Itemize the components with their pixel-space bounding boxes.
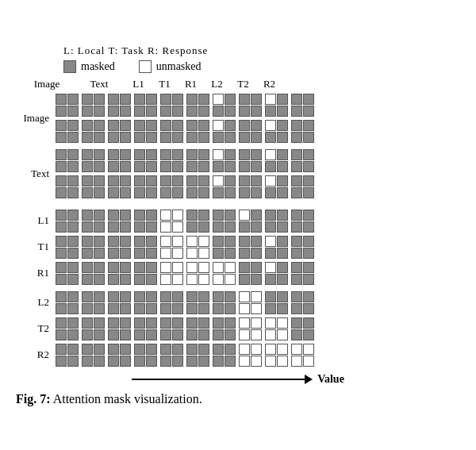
cell-group: [82, 120, 105, 143]
cell-square: [239, 149, 250, 160]
cell-square: [225, 149, 236, 160]
cell-square: [56, 356, 67, 367]
row-label-r2: R2: [21, 342, 54, 368]
cell-square: [213, 94, 224, 105]
cell-group: [186, 175, 209, 198]
cell-group: [186, 236, 209, 259]
cell-square: [134, 187, 145, 198]
cell-square: [108, 210, 119, 221]
cell-square: [56, 187, 67, 198]
cell-square: [160, 94, 171, 105]
cell-square: [198, 329, 209, 340]
cell-square: [146, 94, 157, 105]
cell-square: [265, 262, 276, 273]
cell-square: [120, 344, 131, 355]
cell-square: [291, 356, 302, 367]
cell-square: [213, 236, 224, 247]
cell-group: [56, 120, 79, 143]
cell-square: [108, 120, 119, 131]
cell-square: [108, 303, 119, 314]
cell-group: [134, 94, 157, 117]
cell-square: [146, 132, 157, 143]
cell-square: [303, 187, 314, 198]
cell-square: [134, 344, 145, 355]
cell-square: [146, 221, 157, 233]
cell-square: [213, 344, 224, 355]
cell-group: [265, 94, 288, 117]
cell-square: [160, 317, 171, 329]
cell-square: [82, 175, 93, 187]
cell-square: [108, 262, 119, 273]
cell-square: [198, 317, 209, 329]
cell-square: [186, 120, 198, 131]
cell-square: [56, 317, 67, 329]
cell-square: [291, 317, 302, 329]
cell-square: [160, 291, 171, 302]
cell-square: [146, 274, 157, 285]
cell-square: [251, 248, 262, 259]
cell-square: [160, 120, 171, 131]
cell-square: [120, 161, 131, 172]
cell-square: [277, 329, 288, 340]
cell-square: [56, 221, 67, 233]
cell-square: [277, 175, 288, 187]
cell-square: [239, 175, 250, 187]
cell-square: [172, 303, 183, 314]
cell-square: [198, 274, 209, 285]
cell-square: [67, 120, 79, 131]
figure-container: L: Local T: Task R: Response masked unma…: [16, 44, 460, 406]
cell-group: [82, 262, 105, 285]
cell-group: [213, 317, 236, 340]
cell-square: [160, 248, 171, 259]
cell-square: [251, 291, 262, 302]
cell-square: [146, 356, 157, 367]
grid-row: [54, 148, 316, 174]
cell-square: [225, 274, 236, 285]
cell-square: [198, 210, 209, 221]
cell-square: [251, 329, 262, 340]
cell-square: [120, 120, 131, 131]
cell-square: [67, 132, 79, 143]
cell-square: [94, 274, 105, 285]
cell-square: [160, 161, 171, 172]
cell-square: [303, 149, 314, 160]
cell-square: [291, 175, 302, 187]
cell-square: [251, 149, 262, 160]
cell-square: [94, 120, 105, 131]
cell-square: [67, 94, 79, 105]
cell-square: [213, 356, 224, 367]
cell-square: [277, 120, 288, 131]
cell-square: [67, 221, 79, 233]
cell-square: [265, 94, 276, 105]
cell-square: [291, 221, 302, 233]
cell-square: [56, 106, 67, 117]
cell-square: [94, 303, 105, 314]
cell-square: [186, 175, 198, 187]
cell-square: [172, 329, 183, 340]
cell-square: [251, 356, 262, 367]
cell-square: [67, 175, 79, 187]
cell-square: [277, 132, 288, 143]
cell-square: [213, 291, 224, 302]
masked-label: masked: [81, 60, 115, 73]
cell-group: [239, 149, 262, 172]
cell-square: [225, 221, 236, 233]
cell-group: [108, 317, 131, 340]
cell-square: [146, 329, 157, 340]
row-label-l2: L2: [21, 290, 54, 316]
cell-square: [265, 303, 276, 314]
cell-square: [120, 210, 131, 221]
cell-square: [160, 274, 171, 285]
cell-square: [225, 329, 236, 340]
cell-square: [160, 329, 171, 340]
cell-square: [225, 317, 236, 329]
cell-square: [134, 106, 145, 117]
cell-square: [198, 175, 209, 187]
cell-square: [120, 329, 131, 340]
cell-square: [186, 106, 198, 117]
cell-square: [303, 161, 314, 172]
cell-square: [134, 329, 145, 340]
cell-group: [160, 120, 183, 143]
cell-group: [265, 149, 288, 172]
cell-group: [108, 344, 131, 367]
